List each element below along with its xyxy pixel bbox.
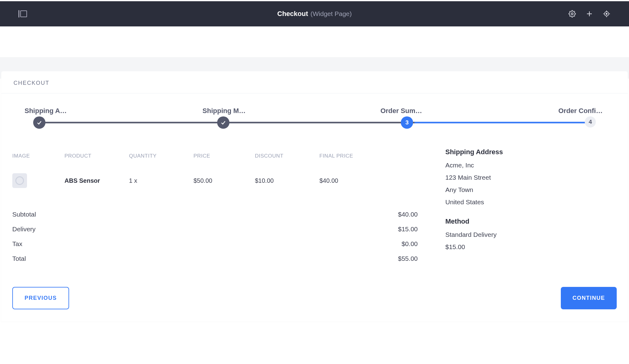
table-row: ABS Sensor 1 x $50.00 $10.00 $40.00 [12,170,418,198]
svg-point-0 [571,13,573,15]
delivery-label: Delivery [12,225,36,233]
stepper: Shipping Ad… Shipping Me… Order Summ… Or… [12,107,617,123]
th-discount: DISCOUNT [255,148,319,170]
subtotal-label: Subtotal [12,211,36,218]
cell-discount: $10.00 [255,170,319,198]
subtotal-value: $40.00 [398,211,418,218]
cell-quantity: 1 x [129,170,193,198]
shipping-address-section: Shipping Address Acme, Inc 123 Main Stre… [445,148,580,206]
th-final-price: FINAL PRICE [319,148,418,170]
th-image: IMAGE [12,148,64,170]
add-icon[interactable] [585,10,593,18]
checkout-card: CHECKOUT Shipping Ad… Shipping Me… Order… [1,71,628,322]
previous-button[interactable]: PREVIOUS [12,287,69,309]
continue-button[interactable]: CONTINUE [561,287,617,309]
address-line: Acme, Inc [445,162,580,169]
step-label-4: Order Confir… [558,107,604,115]
shipping-address-title: Shipping Address [445,148,580,156]
step-dot-3[interactable]: 3 [401,116,413,129]
product-image-icon [12,173,27,188]
step-dot-1[interactable] [33,116,45,129]
page-title: Checkout (Widget Page) [277,10,352,18]
page-title-main: Checkout [277,10,308,18]
target-icon[interactable] [603,10,611,18]
totals: Subtotal $40.00 Delivery $15.00 Tax $0.0… [12,207,418,266]
address-line: United States [445,198,580,206]
method-name: Standard Delivery [445,231,580,238]
row-subtotal: Subtotal $40.00 [12,207,418,222]
cell-price: $50.00 [193,170,255,198]
total-value: $55.00 [398,255,418,262]
row-tax: Tax $0.00 [12,237,418,251]
row-delivery: Delivery $15.00 [12,222,418,237]
top-bar: Checkout (Widget Page) [0,1,629,26]
order-items-table: IMAGE PRODUCT QUANTITY PRICE DISCOUNT FI… [12,148,418,198]
th-quantity: QUANTITY [129,148,193,170]
method-title: Method [445,217,580,225]
page-title-sub: (Widget Page) [311,10,352,18]
address-line: Any Town [445,186,580,194]
address-line: 123 Main Street [445,174,580,181]
step-dot-2[interactable] [217,116,229,129]
method-price: $15.00 [445,243,580,251]
settings-icon[interactable] [568,10,576,18]
row-total: Total $55.00 [12,251,418,266]
cell-product: ABS Sensor [64,170,129,198]
sidebar-toggle-icon[interactable] [18,10,27,18]
check-icon [36,119,42,126]
svg-point-4 [606,13,607,14]
method-section: Method Standard Delivery $15.00 [445,217,580,251]
step-label-1: Shipping Ad… [25,107,71,115]
step-label-3: Order Summ… [381,107,427,115]
cell-final-price: $40.00 [319,170,418,198]
tax-label: Tax [12,240,22,248]
total-label: Total [12,255,26,262]
th-price: PRICE [193,148,255,170]
th-product: PRODUCT [64,148,129,170]
step-dot-4[interactable]: 4 [585,116,596,127]
check-icon [220,119,226,126]
tax-value: $0.00 [401,240,418,248]
delivery-value: $15.00 [398,225,418,233]
step-label-2: Shipping Me… [202,107,248,115]
card-header: CHECKOUT [1,71,628,93]
